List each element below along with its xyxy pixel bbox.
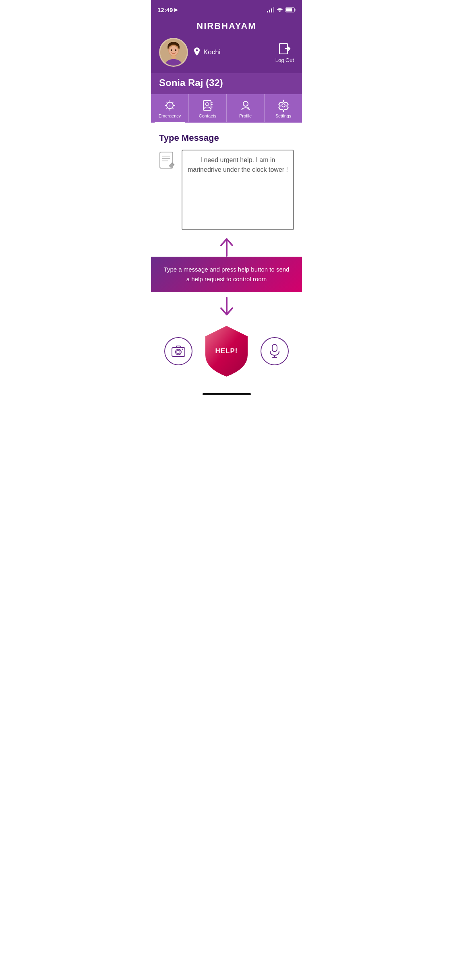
svg-line-20 — [166, 108, 167, 109]
signal-icon — [267, 7, 274, 12]
camera-button[interactable] — [164, 337, 192, 365]
app-title: NIRBHAYAM — [159, 21, 294, 31]
battery-icon — [285, 7, 296, 12]
svg-rect-2 — [295, 9, 296, 11]
svg-point-6 — [169, 46, 178, 56]
microphone-button[interactable] — [261, 337, 289, 365]
help-button[interactable]: HELP! — [203, 325, 250, 377]
svg-rect-9 — [172, 55, 176, 59]
instruction-text: Type a message and press help button to … — [164, 266, 290, 282]
tab-emergency-label: Emergency — [159, 113, 181, 118]
user-name: Sonia Raj (32) — [159, 77, 294, 89]
svg-point-7 — [171, 49, 172, 51]
logout-button[interactable]: Log Out — [275, 42, 294, 63]
svg-point-27 — [248, 109, 249, 110]
status-bar: 12:49 ▶ — [151, 0, 302, 18]
bottom-actions: HELP! — [151, 319, 302, 387]
contacts-icon — [201, 99, 214, 112]
emergency-icon: ! — [163, 99, 176, 112]
arrow-up-icon — [219, 237, 235, 257]
status-icons — [267, 7, 296, 12]
location-city: Kochi — [203, 48, 221, 56]
svg-line-17 — [166, 102, 167, 103]
header: NIRBHAYAM — [151, 18, 302, 73]
avatar-location: Kochi — [159, 38, 221, 67]
message-row — [159, 150, 294, 230]
arrow-down — [151, 297, 302, 317]
svg-point-22 — [205, 103, 209, 106]
tab-emergency[interactable]: ! Emergency — [151, 94, 189, 122]
arrow-down-icon — [219, 297, 235, 317]
tab-contacts-label: Contacts — [199, 113, 216, 118]
home-indicator — [151, 387, 302, 401]
camera-icon — [172, 346, 185, 357]
svg-point-36 — [177, 350, 180, 354]
microphone-icon — [269, 344, 281, 358]
svg-rect-21 — [203, 101, 211, 110]
svg-line-18 — [172, 108, 173, 109]
wifi-icon — [277, 7, 283, 12]
location-row: Kochi — [193, 47, 221, 57]
user-info: Sonia Raj (32) — [151, 73, 302, 94]
svg-point-8 — [175, 49, 177, 51]
svg-point-28 — [282, 104, 285, 107]
help-label: HELP! — [215, 347, 238, 355]
tab-contacts[interactable]: Contacts — [189, 94, 227, 122]
svg-point-37 — [182, 349, 183, 350]
location-pin-icon — [193, 47, 201, 57]
section-title: Type Message — [159, 133, 294, 143]
nav-tabs: ! Emergency Contacts — [151, 94, 302, 123]
tab-profile-label: Profile — [239, 113, 252, 118]
svg-rect-38 — [272, 344, 277, 352]
tab-settings-label: Settings — [275, 113, 292, 118]
svg-line-19 — [172, 102, 173, 103]
home-bar — [203, 393, 251, 395]
instruction-banner: Type a message and press help button to … — [151, 257, 302, 292]
tab-profile[interactable]: Profile — [227, 94, 265, 122]
status-time: 12:49 ▶ — [157, 6, 178, 13]
location-arrow-icon: ▶ — [174, 7, 178, 12]
profile-icon — [239, 99, 252, 112]
message-input[interactable] — [182, 150, 294, 230]
svg-point-26 — [243, 101, 248, 106]
time-display: 12:49 — [157, 6, 173, 13]
header-row: Kochi Log Out — [159, 38, 294, 67]
svg-point-35 — [176, 349, 181, 355]
tab-settings[interactable]: Settings — [265, 94, 302, 122]
arrow-up — [151, 237, 302, 257]
logout-icon — [278, 42, 292, 56]
main-content: Type Message — [151, 123, 302, 230]
settings-icon — [277, 99, 290, 112]
logout-label: Log Out — [275, 57, 294, 63]
avatar — [159, 38, 188, 67]
document-edit-icon — [159, 151, 177, 171]
svg-rect-1 — [286, 8, 292, 11]
svg-text:!: ! — [169, 104, 170, 108]
